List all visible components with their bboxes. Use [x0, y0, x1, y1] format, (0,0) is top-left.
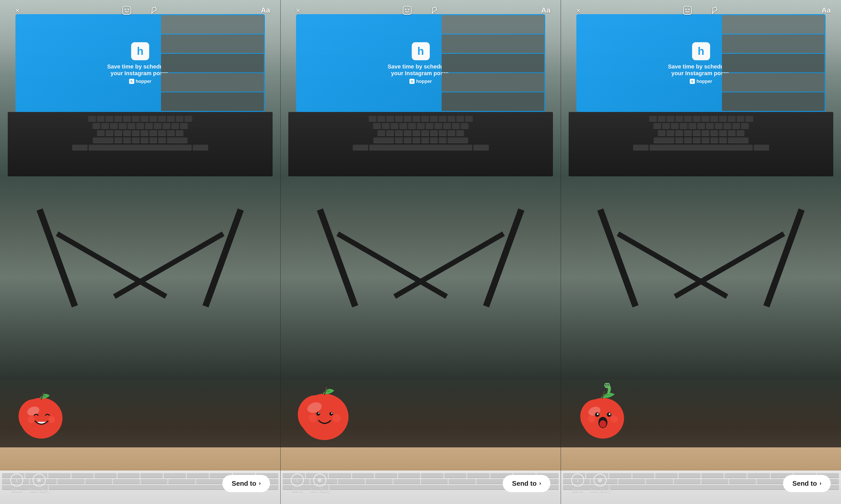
face-filter-icon-2[interactable]: [400, 3, 414, 18]
svg-point-6: [124, 9, 126, 10]
svg-point-37: [685, 9, 687, 10]
svg-rect-5: [123, 6, 131, 14]
save-icon-3: ↓: [571, 474, 584, 486]
send-chevron-1: ›: [259, 480, 261, 487]
twitter-photo-3-5: [722, 92, 824, 111]
hopper-h-logo: h: [131, 42, 149, 60]
twitter-photo-5: [161, 92, 264, 111]
hopper-h-logo-3: h: [692, 42, 710, 60]
twitter-photo-3-4: [722, 73, 824, 92]
svg-point-34: [588, 415, 595, 422]
story-panel-3: h Save time by schedulingyour Instagram …: [561, 0, 841, 504]
svg-point-7: [127, 9, 129, 10]
svg-point-33: [600, 420, 606, 428]
bottom-bar-1: ↓ Save ⊕ Your Story Send to ›: [0, 470, 280, 496]
save-label-2: Save: [292, 488, 303, 493]
svg-point-15: [309, 414, 317, 422]
bottom-bar-2: ↓ Save ⊕ Your Story Send to ›: [280, 470, 561, 496]
story-icon-1: ⊕: [33, 474, 46, 486]
send-chevron-2: ›: [539, 480, 541, 487]
draw-icon-3[interactable]: [707, 3, 722, 18]
close-button-3[interactable]: ×: [571, 3, 585, 18]
laptop-stand-1: [26, 178, 255, 306]
svg-point-27: [608, 384, 609, 384]
text-tool-1[interactable]: Aa: [261, 6, 270, 14]
twitter-photo-2-2: [442, 35, 544, 53]
save-button-1[interactable]: ↓ Save: [10, 474, 23, 493]
send-chevron-3: ›: [820, 480, 821, 487]
save-label-3: Save: [572, 488, 583, 493]
laptop-keyboard-3: [569, 112, 833, 176]
send-to-label-2: Send to: [512, 480, 536, 487]
svg-point-13: [318, 413, 320, 414]
hopper-h-logo-2: h: [412, 42, 430, 60]
story-label-2: Your Story: [309, 488, 330, 493]
your-story-button-1[interactable]: ⊕ Your Story: [28, 474, 50, 493]
story-icon-3: ⊕: [594, 474, 606, 486]
svg-point-3: [28, 416, 35, 423]
twitter-photo-2-4: [442, 73, 544, 92]
twitter-sidebar-3: [721, 14, 826, 112]
twitter-photo-3-2: [722, 35, 824, 53]
laptop-stand-2: [306, 178, 535, 306]
close-button-2[interactable]: ×: [291, 3, 305, 18]
svg-point-26: [606, 384, 606, 384]
laptop-stand-3: [587, 178, 815, 306]
twitter-photo-2-5: [442, 92, 544, 111]
svg-point-4: [48, 416, 55, 423]
story-panel-2: h Save time by schedulingyour Instagram …: [280, 0, 561, 504]
send-to-label-3: Send to: [792, 480, 817, 487]
save-icon-1: ↓: [10, 474, 23, 486]
send-to-button-3[interactable]: Send to ›: [783, 475, 831, 492]
svg-point-30: [597, 413, 599, 415]
apple-sticker-smile: [293, 380, 355, 442]
apple-sticker-worm: [574, 383, 633, 442]
hopper-brand-label-2: hopper: [416, 79, 432, 84]
hopper-brand-label-3: hopper: [697, 79, 712, 84]
hopper-brand-icon-3: h: [690, 79, 695, 84]
save-icon-2: ↓: [291, 474, 304, 486]
top-bar-3: × Aa: [561, 0, 841, 21]
hopper-brand-icon: h: [129, 79, 134, 84]
svg-point-18: [405, 9, 406, 10]
svg-point-16: [333, 414, 341, 422]
your-story-button-3[interactable]: ⊕ Your Story: [589, 474, 611, 493]
face-filter-icon-1[interactable]: [120, 3, 134, 18]
story-label-1: Your Story: [28, 488, 50, 493]
svg-point-24: [605, 384, 606, 385]
top-bar-2: × Aa: [280, 0, 561, 21]
send-to-button-1[interactable]: Send to ›: [222, 475, 270, 492]
laptop-keyboard-1: [8, 112, 273, 176]
apple-sticker-happy: [13, 385, 70, 442]
save-button-2[interactable]: ↓ Save: [291, 474, 304, 493]
svg-point-31: [609, 413, 611, 415]
laptop-screen-2: h Save time by schedulingyour Instagram …: [296, 14, 545, 112]
face-filter-icon-3[interactable]: [681, 3, 694, 18]
laptop-keyboard-2: [288, 112, 553, 176]
svg-point-19: [408, 9, 409, 10]
twitter-sidebar-1: [160, 14, 265, 112]
svg-point-38: [688, 9, 690, 10]
save-button-3[interactable]: ↓ Save: [571, 474, 584, 493]
svg-point-9: [298, 395, 334, 434]
hopper-brand-icon-2: h: [409, 79, 415, 84]
svg-rect-17: [403, 6, 411, 14]
draw-icon-1[interactable]: [147, 3, 161, 18]
story-icon-2: ⊕: [313, 474, 326, 486]
svg-point-35: [611, 415, 618, 422]
text-tool-3[interactable]: Aa: [821, 6, 831, 14]
twitter-sidebar-2: [441, 14, 545, 112]
send-to-button-2[interactable]: Send to ›: [503, 475, 550, 492]
svg-point-11: [316, 412, 320, 415]
svg-point-25: [607, 384, 609, 385]
draw-icon-2[interactable]: [427, 3, 441, 18]
twitter-photo-4: [161, 73, 264, 92]
hopper-brand-label: hopper: [136, 79, 152, 84]
bottom-bar-3: ↓ Save ⊕ Your Story Send to ›: [561, 470, 841, 496]
your-story-button-2[interactable]: ⊕ Your Story: [309, 474, 330, 493]
laptop-screen-1: h Save time by schedulingyour Instagram …: [15, 14, 265, 112]
close-button-1[interactable]: ×: [10, 3, 24, 18]
text-tool-2[interactable]: Aa: [541, 6, 550, 14]
twitter-photo-2-3: [442, 54, 544, 72]
twitter-photo-3: [161, 54, 264, 72]
